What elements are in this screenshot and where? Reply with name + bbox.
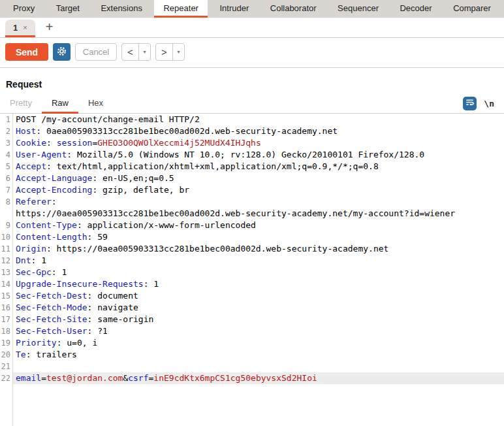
editor-line[interactable]: 22email=test@jordan.com&csrf=inE9cdKtx6m… — [0, 372, 504, 384]
editor-line[interactable]: 15Sec-Fetch-Dest: document — [0, 290, 504, 302]
line-number: 12 — [0, 255, 12, 267]
line-number: 13 — [0, 267, 12, 278]
line-content: Content-Type: application/x-www-form-url… — [12, 220, 504, 231]
line-number: 22 — [0, 372, 12, 384]
repeater-tab-1[interactable]: 1 × — [5, 20, 35, 37]
line-content: Content-Length: 59 — [12, 231, 504, 243]
line-content: Origin: https://0aea005903313cc281be1bec… — [12, 243, 504, 255]
editor-line[interactable]: 6Accept-Language: en-US,en;q=0.5 — [0, 172, 504, 184]
line-content: Referer: — [12, 196, 504, 208]
main-tab-sequencer[interactable]: Sequencer — [328, 0, 388, 18]
main-tab-decoder[interactable]: Decoder — [390, 0, 441, 18]
editor-line[interactable]: 1POST /my-account/change-email HTTP/2 — [0, 114, 504, 125]
editor-line[interactable]: 17Sec-Fetch-Site: same-origin — [0, 314, 504, 325]
line-number: 8 — [0, 196, 12, 208]
editor-line[interactable]: 10Content-Length: 59 — [0, 231, 504, 243]
line-content — [12, 361, 504, 372]
editor-line[interactable]: 8Referer: — [0, 196, 504, 208]
editor-line[interactable]: 14Upgrade-Insecure-Requests: 1 — [0, 278, 504, 290]
line-number: 15 — [0, 290, 12, 302]
view-tab-hex[interactable]: Hex — [78, 95, 113, 114]
line-content: Sec-Fetch-User: ?1 — [12, 325, 504, 337]
line-content: Upgrade-Insecure-Requests: 1 — [12, 278, 504, 290]
editor-line[interactable]: https://0aea005903313cc281be1bec00ad002d… — [0, 208, 504, 220]
send-button[interactable]: Send — [5, 43, 48, 61]
line-number: 16 — [0, 302, 12, 314]
line-number: 21 — [0, 361, 12, 372]
request-panel-title: Request — [6, 79, 504, 90]
line-number: 9 — [0, 220, 12, 231]
history-back-button[interactable]: < — [122, 44, 139, 60]
repeater-tab-label: 1 — [13, 23, 18, 33]
line-content: Priority: u=0, i — [12, 337, 504, 349]
editor-line[interactable]: 12Dnt: 1 — [0, 255, 504, 267]
editor-line[interactable]: 18Sec-Fetch-User: ?1 — [0, 325, 504, 337]
line-content: Sec-Gpc: 1 — [12, 267, 504, 278]
editor-line[interactable]: 11Origin: https://0aea005903313cc281be1b… — [0, 243, 504, 255]
history-forward-group: > ▾ — [155, 43, 185, 61]
line-content: User-Agent: Mozilla/5.0 (Windows NT 10.0… — [12, 149, 504, 161]
line-content: Host: 0aea005903313cc281be1bec00ad002d.w… — [12, 125, 504, 137]
line-content: email=test@jordan.com&csrf=inE9cdKtx6mpC… — [12, 372, 504, 384]
editor-line[interactable]: 9Content-Type: application/x-www-form-ur… — [0, 220, 504, 231]
main-tab-intruder[interactable]: Intruder — [210, 0, 258, 18]
editor-line[interactable]: 21 — [0, 361, 504, 372]
forward-dropdown-icon[interactable]: ▾ — [173, 44, 184, 60]
main-tab-proxy[interactable]: Proxy — [4, 0, 44, 18]
main-tab-extensions[interactable]: Extensions — [91, 0, 151, 18]
line-content: Accept: text/html,application/xhtml+xml,… — [12, 161, 504, 172]
show-newlines-toggle[interactable]: \n — [484, 99, 494, 108]
main-tab-comparer[interactable]: Comparer — [444, 0, 500, 18]
repeater-session-tab-bar: 1 × + — [0, 18, 504, 38]
history-back-group: < ▾ — [121, 43, 151, 61]
line-content: Cookie: session=GHEO3O0QWOlXeccmi4j52MUd… — [12, 137, 504, 149]
editor-line[interactable]: 7Accept-Encoding: gzip, deflate, br — [0, 184, 504, 196]
view-tabs: PrettyRawHex — [0, 95, 113, 113]
main-tab-repeater[interactable]: Repeater — [154, 0, 207, 18]
editor-line[interactable]: 4User-Agent: Mozilla/5.0 (Windows NT 10.… — [0, 149, 504, 161]
line-number: 3 — [0, 137, 12, 149]
line-content: Te: trailers — [12, 349, 504, 361]
request-view-tab-bar: PrettyRawHex \n ⋮ — [0, 96, 504, 114]
editor-line[interactable]: 13Sec-Gpc: 1 — [0, 267, 504, 278]
line-content: Accept-Language: en-US,en;q=0.5 — [12, 172, 504, 184]
line-content: https://0aea005903313cc281be1bec00ad002d… — [12, 208, 504, 220]
line-number: 20 — [0, 349, 12, 361]
main-tab-target[interactable]: Target — [47, 0, 89, 18]
line-number: 6 — [0, 172, 12, 184]
cancel-button[interactable]: Cancel — [75, 43, 117, 61]
line-number: 2 — [0, 125, 12, 137]
line-content: Sec-Fetch-Site: same-origin — [12, 314, 504, 325]
editor-line[interactable]: 3Cookie: session=GHEO3O0QWOlXeccmi4j52MU… — [0, 137, 504, 149]
editor-line[interactable]: 5Accept: text/html,application/xhtml+xml… — [0, 161, 504, 172]
add-tab-button[interactable]: + — [46, 20, 54, 35]
gear-icon — [56, 46, 67, 59]
back-dropdown-icon[interactable]: ▾ — [139, 44, 150, 60]
view-tab-raw[interactable]: Raw — [42, 95, 78, 114]
line-number: 7 — [0, 184, 12, 196]
line-number: 17 — [0, 314, 12, 325]
editor-empty-area — [0, 384, 504, 426]
line-number: 4 — [0, 149, 12, 161]
request-editor[interactable]: 1POST /my-account/change-email HTTP/22Ho… — [0, 114, 504, 426]
editor-line[interactable]: 2Host: 0aea005903313cc281be1bec00ad002d.… — [0, 125, 504, 137]
settings-gear-button[interactable] — [53, 43, 71, 61]
soft-wrap-icon — [465, 97, 475, 110]
line-content: POST /my-account/change-email HTTP/2 — [12, 114, 504, 125]
line-number — [0, 208, 12, 220]
line-number: 14 — [0, 278, 12, 290]
line-number: 10 — [0, 231, 12, 243]
repeater-toolbar: Send Cancel < ▾ > ▾ — [0, 38, 504, 68]
history-forward-button[interactable]: > — [156, 44, 173, 60]
soft-wrap-toggle-button[interactable] — [463, 97, 477, 110]
editor-option-icons: \n ⋮ — [463, 97, 504, 113]
more-options-icon[interactable]: ⋮ — [501, 99, 504, 109]
view-tab-pretty[interactable]: Pretty — [0, 95, 42, 114]
main-tab-bar: ProxyTargetExtensionsRepeaterIntruderCol… — [0, 0, 504, 18]
editor-line[interactable]: 19Priority: u=0, i — [0, 337, 504, 349]
main-tab-collaborator[interactable]: Collaborator — [261, 0, 326, 18]
editor-line[interactable]: 16Sec-Fetch-Mode: navigate — [0, 302, 504, 314]
editor-line[interactable]: 20Te: trailers — [0, 349, 504, 361]
close-tab-icon[interactable]: × — [23, 24, 27, 31]
line-content: Sec-Fetch-Mode: navigate — [12, 302, 504, 314]
